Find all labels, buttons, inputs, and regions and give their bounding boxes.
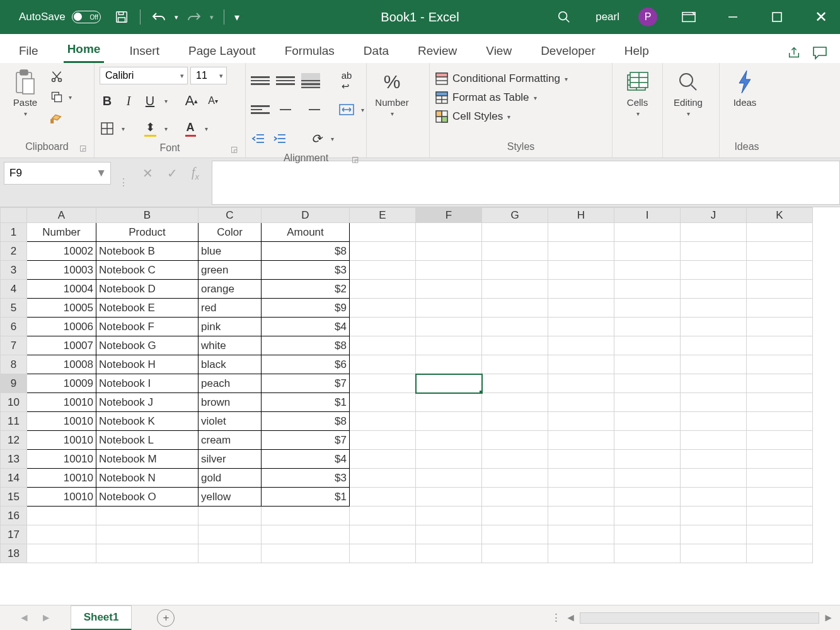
cell[interactable]: [482, 223, 548, 242]
cell[interactable]: Notebook C: [96, 261, 198, 280]
cell[interactable]: [350, 318, 416, 336]
increase-font-icon[interactable]: A▴: [184, 93, 199, 108]
cell[interactable]: [96, 507, 198, 525]
cell[interactable]: green: [198, 261, 262, 280]
cell[interactable]: [262, 525, 350, 544]
row-header-4[interactable]: 4: [1, 280, 27, 299]
cell[interactable]: [416, 355, 482, 374]
select-all-corner[interactable]: [1, 208, 27, 223]
cell[interactable]: Notebook G: [96, 336, 198, 355]
cell[interactable]: [350, 355, 416, 374]
cell[interactable]: $8: [262, 412, 350, 431]
cell[interactable]: Notebook K: [96, 412, 198, 431]
cell[interactable]: white: [198, 336, 262, 355]
cell[interactable]: [27, 507, 96, 525]
tab-view[interactable]: View: [482, 39, 515, 63]
copy-button[interactable]: ▾: [49, 89, 72, 105]
cell[interactable]: [350, 393, 416, 412]
cell[interactable]: 10002: [27, 242, 96, 261]
row-header-9[interactable]: 9: [1, 374, 27, 393]
merge-center-button[interactable]: [339, 102, 354, 117]
align-bottom-button[interactable]: [301, 73, 320, 88]
wrap-text-button[interactable]: ab↩: [339, 73, 354, 88]
table-header-cell[interactable]: Product: [96, 223, 198, 242]
cell[interactable]: [350, 336, 416, 355]
comments-icon[interactable]: [812, 46, 827, 63]
cell[interactable]: [614, 280, 681, 299]
cell[interactable]: [614, 242, 681, 261]
cell[interactable]: 10010: [27, 431, 96, 450]
cell[interactable]: [681, 318, 747, 336]
cell[interactable]: [482, 261, 548, 280]
cell[interactable]: [548, 223, 614, 242]
cell[interactable]: [416, 242, 482, 261]
cell[interactable]: Notebook J: [96, 393, 198, 412]
cell[interactable]: [614, 507, 681, 525]
cell[interactable]: [482, 544, 548, 563]
row-header-8[interactable]: 8: [1, 355, 27, 374]
cell[interactable]: [681, 280, 747, 299]
cell[interactable]: [614, 469, 681, 488]
cell[interactable]: [614, 544, 681, 563]
cell[interactable]: [548, 374, 614, 393]
cell[interactable]: [350, 223, 416, 242]
cell[interactable]: [482, 374, 548, 393]
cancel-formula-icon[interactable]: ✕: [142, 166, 153, 181]
cell[interactable]: [681, 374, 747, 393]
cell[interactable]: [350, 299, 416, 318]
cell[interactable]: [27, 525, 96, 544]
cell[interactable]: [548, 507, 614, 525]
clipboard-launcher-icon[interactable]: ◲: [79, 144, 86, 152]
minimize-button[interactable]: [720, 4, 745, 30]
cell[interactable]: $7: [262, 431, 350, 450]
qat-customize[interactable]: ▾: [234, 11, 239, 23]
underline-button[interactable]: U: [142, 93, 158, 108]
cell[interactable]: [614, 336, 681, 355]
format-as-table-button[interactable]: Format as Table▾: [435, 91, 568, 105]
cell[interactable]: 10009: [27, 374, 96, 393]
cell[interactable]: [482, 299, 548, 318]
cell[interactable]: [416, 525, 482, 544]
cell[interactable]: [747, 336, 813, 355]
font-name-select[interactable]: Calibri▾: [100, 67, 188, 84]
col-header-A[interactable]: A: [27, 208, 96, 223]
cell[interactable]: red: [198, 299, 262, 318]
cell[interactable]: $4: [262, 318, 350, 336]
row-header-3[interactable]: 3: [1, 261, 27, 280]
cell[interactable]: gold: [198, 469, 262, 488]
cell[interactable]: Notebook L: [96, 431, 198, 450]
cell[interactable]: [548, 393, 614, 412]
cell[interactable]: Notebook M: [96, 450, 198, 469]
cell[interactable]: [350, 450, 416, 469]
cell[interactable]: [747, 374, 813, 393]
number-format-button[interactable]: % Number ▾: [372, 67, 412, 117]
cell[interactable]: [416, 374, 482, 393]
cell[interactable]: [614, 525, 681, 544]
user-avatar[interactable]: P: [638, 8, 657, 26]
italic-button[interactable]: I: [121, 93, 136, 108]
cell[interactable]: [482, 488, 548, 507]
tab-help[interactable]: Help: [621, 39, 653, 63]
cell[interactable]: 10010: [27, 412, 96, 431]
row-header-6[interactable]: 6: [1, 318, 27, 336]
cell[interactable]: [416, 393, 482, 412]
cell[interactable]: [350, 544, 416, 563]
cell[interactable]: [548, 544, 614, 563]
cell[interactable]: [747, 355, 813, 374]
cells-button[interactable]: Cells ▾: [618, 67, 657, 117]
cell[interactable]: [747, 393, 813, 412]
cell[interactable]: blue: [198, 242, 262, 261]
cell[interactable]: [681, 431, 747, 450]
scroll-left-icon[interactable]: ◄: [565, 612, 576, 624]
cell[interactable]: $3: [262, 261, 350, 280]
cell[interactable]: [747, 261, 813, 280]
autosave[interactable]: AutoSave Off: [19, 11, 101, 23]
cell[interactable]: [548, 469, 614, 488]
format-painter-icon[interactable]: [49, 110, 64, 125]
cell[interactable]: [548, 318, 614, 336]
fill-color-button[interactable]: ⬍: [142, 121, 158, 136]
cell[interactable]: Notebook I: [96, 374, 198, 393]
cell-styles-button[interactable]: Cell Styles▾: [435, 110, 568, 123]
align-middle-button[interactable]: [276, 73, 295, 88]
cell[interactable]: [548, 525, 614, 544]
